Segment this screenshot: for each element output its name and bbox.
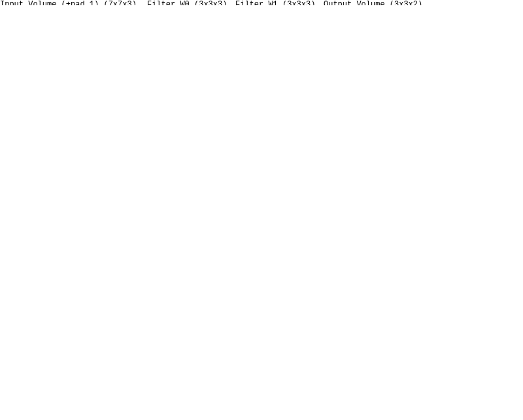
output-volume-column: Output Volume (3x3x2) o[:,:,0]10-3-6114-… bbox=[324, 0, 428, 5]
w1-title: Filter W1 (3x3x3) bbox=[235, 0, 317, 5]
w0-title: Filter W0 (3x3x3) bbox=[147, 0, 229, 5]
filter-w1-column: Filter W1 (3x3x3) w1[:,:,0]-1-10-110-110… bbox=[235, 0, 317, 5]
output-title: Output Volume (3x3x2) bbox=[324, 0, 428, 5]
filter-w0-column: Filter W0 (3x3x3) w0[:,:,0]11-1-101-1-10… bbox=[147, 0, 229, 5]
input-volume-column: Input Volume (+pad 1) (7x7x3) x[:,:,0]00… bbox=[0, 0, 144, 5]
input-title: Input Volume (+pad 1) (7x7x3) bbox=[0, 0, 144, 5]
